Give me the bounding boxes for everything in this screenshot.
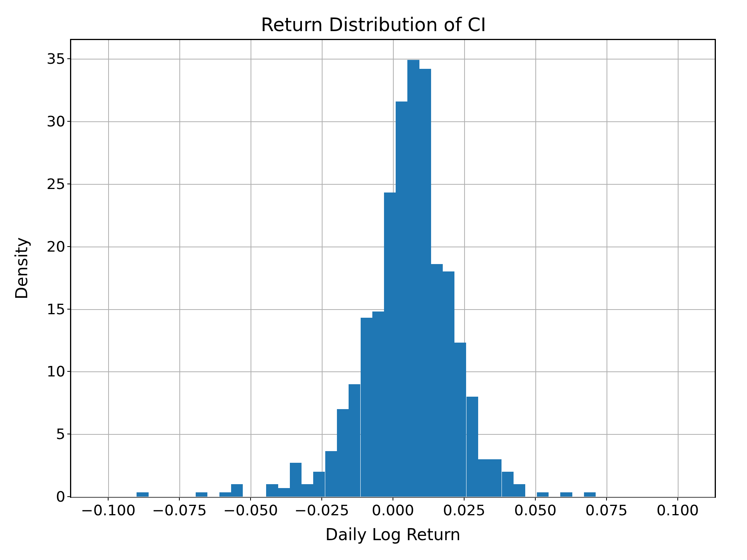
chart-title: Return Distribution of CI <box>0 14 747 35</box>
histogram-bar <box>313 472 325 497</box>
histogram-bar <box>419 69 431 497</box>
tick-mark <box>67 184 71 184</box>
histogram-bar <box>266 484 278 497</box>
histogram-bar <box>196 492 207 497</box>
tick-mark <box>67 58 71 59</box>
y-tick-label: 20 <box>47 238 65 255</box>
x-tick-label: 0.025 <box>443 502 486 519</box>
grid-line-v <box>108 40 109 497</box>
histogram-bar <box>219 492 231 497</box>
histogram-bar <box>478 459 490 497</box>
histogram-bar <box>431 264 443 497</box>
tick-mark <box>67 246 71 247</box>
grid-line-v <box>179 40 180 497</box>
x-tick-label: −0.025 <box>295 502 349 519</box>
histogram-bar <box>278 488 289 497</box>
histogram-bar <box>454 343 466 497</box>
histogram-bar <box>407 60 419 497</box>
tick-mark <box>67 434 71 434</box>
histogram-bar <box>302 484 313 497</box>
histogram-bar <box>137 492 148 497</box>
histogram-bar <box>560 492 572 497</box>
grid-line-v <box>251 40 251 497</box>
y-tick-label: 10 <box>47 363 65 380</box>
histogram-bar <box>337 409 349 497</box>
x-tick-label: −0.075 <box>152 502 207 519</box>
histogram-bar <box>384 192 396 497</box>
tick-mark <box>67 496 71 497</box>
y-tick-label: 5 <box>56 425 65 443</box>
x-tick-label: −0.050 <box>223 502 278 519</box>
tick-mark <box>67 121 71 122</box>
tick-mark <box>67 309 71 310</box>
grid-line-h <box>71 497 715 497</box>
histogram-bar <box>490 459 502 497</box>
histogram-bar <box>514 484 525 497</box>
y-tick-label: 15 <box>47 301 65 318</box>
histogram-bar <box>361 318 372 497</box>
histogram-bar <box>537 492 549 497</box>
x-tick-label: −0.100 <box>81 502 136 519</box>
histogram-bar <box>466 397 478 497</box>
histogram-bar <box>372 312 384 497</box>
histogram-bar <box>290 463 302 497</box>
histogram-bar <box>396 102 407 497</box>
y-tick-label: 0 <box>56 488 65 505</box>
plot-area <box>70 39 716 498</box>
x-tick-label: 0.075 <box>585 502 628 519</box>
histogram-bar <box>231 484 243 497</box>
grid-line-h <box>71 59 715 60</box>
figure: Return Distribution of CI Daily Log Retu… <box>0 0 747 560</box>
y-tick-label: 30 <box>47 113 65 130</box>
x-axis-label: Daily Log Return <box>70 525 716 544</box>
histogram-bar <box>502 472 514 497</box>
grid-line-h <box>71 184 715 185</box>
histogram-bar <box>325 451 337 497</box>
y-axis-label: Density <box>12 237 31 299</box>
grid-line-h <box>71 121 715 122</box>
tick-mark <box>67 371 71 372</box>
y-tick-label: 35 <box>47 50 65 67</box>
histogram-bar <box>349 384 360 497</box>
histogram-bar <box>584 492 596 497</box>
y-tick-label: 25 <box>47 175 65 192</box>
x-tick-label: 0.000 <box>372 502 414 519</box>
x-tick-label: 0.100 <box>656 502 699 519</box>
histogram-bar <box>443 271 454 497</box>
grid-line-v <box>322 40 323 497</box>
x-tick-label: 0.050 <box>514 502 557 519</box>
grid-line-v <box>535 40 536 497</box>
grid-line-v <box>607 40 607 497</box>
grid-line-v <box>678 40 679 497</box>
